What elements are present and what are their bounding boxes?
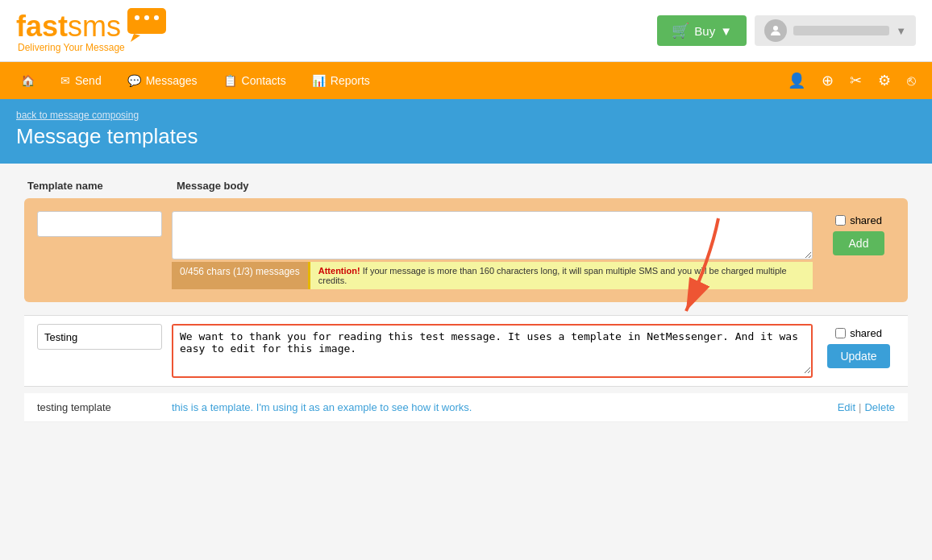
testing-row-right: shared Update [822, 324, 895, 368]
svg-marker-4 [131, 34, 140, 42]
user-name [793, 26, 889, 35]
nav-settings-icon[interactable]: ⚙ [870, 62, 899, 99]
buy-button[interactable]: 🛒 Buy ▼ [657, 15, 747, 46]
testing-row: We want to thank you for reading this te… [24, 315, 908, 387]
svg-point-3 [154, 15, 159, 20]
template-name-cell: testing template [37, 401, 162, 413]
contacts-icon: 📋 [223, 74, 237, 87]
logo-sms: sms [68, 10, 121, 44]
testing-name-input[interactable] [37, 324, 162, 350]
nav-profile-icon[interactable]: 👤 [780, 62, 813, 99]
table-headers: Template name Message body [24, 180, 908, 192]
add-message-textarea[interactable] [172, 211, 813, 259]
nav-send[interactable]: ✉ Send [48, 64, 114, 97]
user-area: ▼ [755, 15, 916, 46]
template-actions: Edit | Delete [838, 401, 895, 413]
testing-textarea-wrap: We want to thank you for reading this te… [172, 324, 813, 378]
edit-link[interactable]: Edit [838, 401, 855, 413]
main-content: Template name Message body 0/456 chars (… [0, 164, 932, 438]
nav-home[interactable]: 🏠 [8, 64, 48, 97]
nav-messages-label: Messages [146, 74, 198, 87]
page-title: Message templates [16, 124, 916, 149]
nav-contacts-label: Contacts [242, 74, 286, 87]
svg-point-2 [144, 15, 149, 20]
nav-reports[interactable]: 📊 Reports [299, 64, 383, 97]
add-shared-row: shared [835, 214, 882, 226]
delete-link[interactable]: Delete [864, 401, 895, 413]
update-button[interactable]: Update [827, 344, 889, 368]
nav-help-icon[interactable]: ⊕ [813, 62, 842, 99]
page-header: back to message composing Message templa… [0, 99, 932, 164]
back-link[interactable]: back to message composing [16, 110, 139, 121]
nav-messages[interactable]: 💬 Messages [114, 64, 210, 97]
add-shared-label: shared [850, 214, 882, 226]
home-icon: 🏠 [21, 74, 35, 87]
send-icon: ✉ [60, 74, 70, 87]
main-nav: 🏠 ✉ Send 💬 Messages 📋 Contacts 📊 Reports… [0, 62, 932, 99]
reports-icon: 📊 [312, 74, 326, 87]
add-button[interactable]: Add [833, 231, 885, 255]
pipe-separator: | [859, 401, 861, 413]
top-header: fastsms Delivering Your Message 🛒 Buy ▼ [0, 0, 932, 62]
attention-box: Attention! If your message is more than … [308, 262, 813, 289]
col-header-template-name: Template name [24, 180, 165, 192]
user-dropdown-icon: ▼ [896, 25, 906, 37]
add-template-name-input[interactable] [37, 211, 162, 237]
nav-reports-label: Reports [331, 74, 370, 87]
svg-rect-0 [127, 8, 166, 34]
attention-label: Attention! [318, 266, 360, 276]
logo-fast: fast [16, 10, 68, 44]
buy-dropdown-icon: ▼ [720, 24, 732, 38]
nav-tools-icon[interactable]: ✂ [842, 62, 870, 99]
add-row-right: shared Add [822, 211, 895, 255]
template-body-cell: this is a template. I'm using it as an e… [172, 401, 828, 413]
nav-contacts[interactable]: 📋 Contacts [210, 64, 299, 97]
logo-area: fastsms Delivering Your Message [16, 8, 174, 53]
svg-point-5 [773, 26, 778, 31]
cart-icon: 🛒 [672, 22, 689, 39]
nav-logout-icon[interactable]: ⎋ [899, 63, 924, 99]
char-count-badge: 0/456 chars (1/3) messages [172, 262, 308, 289]
buy-label: Buy [694, 24, 715, 38]
messages-icon: 💬 [127, 74, 141, 87]
header-right: 🛒 Buy ▼ ▼ [657, 15, 916, 46]
svg-point-1 [135, 15, 139, 20]
avatar [764, 19, 787, 42]
testing-shared-label: shared [850, 327, 882, 339]
add-message-body-area: 0/456 chars (1/3) messages Attention! If… [172, 211, 813, 289]
add-row: 0/456 chars (1/3) messages Attention! If… [24, 198, 908, 302]
testing-shared-checkbox[interactable] [835, 328, 846, 338]
char-count-row: 0/456 chars (1/3) messages Attention! If… [172, 262, 813, 289]
col-header-message-body: Message body [165, 180, 908, 192]
add-shared-checkbox[interactable] [835, 215, 846, 226]
attention-text: If your message is more than 160 charact… [318, 266, 787, 285]
nav-send-label: Send [75, 74, 102, 87]
testing-message-textarea[interactable]: We want to thank you for reading this te… [173, 326, 811, 374]
logo-icon [126, 5, 174, 45]
testing-shared-row: shared [835, 327, 882, 339]
template-row: testing template this is a template. I'm… [24, 393, 908, 422]
